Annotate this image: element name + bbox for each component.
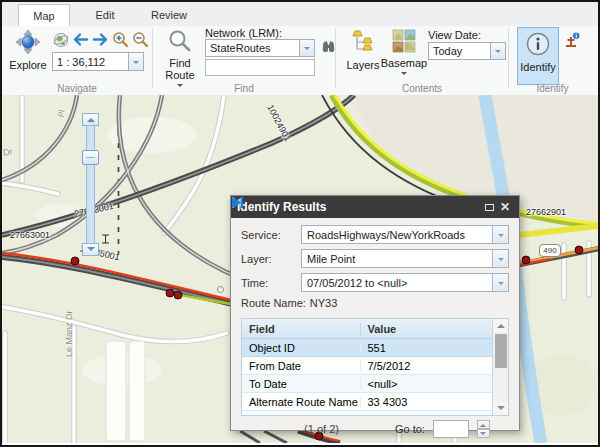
scale-value: 1 : 36,112 [53, 53, 128, 70]
up-triangle-icon [87, 114, 95, 122]
ribbon-tabstrip: Map Edit Review [2, 2, 598, 26]
street-label: Dr [2, 146, 13, 157]
value-cell: <null> [360, 378, 493, 390]
explore-icon [15, 29, 41, 57]
map-zoom-slider[interactable] [82, 113, 99, 256]
point-marker [217, 286, 224, 293]
value-cell: 33 4303 [360, 396, 493, 408]
previous-page-button[interactable] [282, 422, 296, 436]
basemap-button[interactable]: Basemap [384, 29, 424, 78]
dialog-title: Identify Results [237, 200, 481, 214]
chevron-down-icon [401, 72, 407, 78]
explore-label: Explore [9, 59, 46, 71]
group-separator [335, 28, 336, 88]
first-page-button[interactable] [260, 422, 274, 436]
table-row[interactable]: Object ID 551 [242, 339, 492, 357]
scale-combobox[interactable]: 1 : 36,112 [52, 52, 144, 71]
table-row[interactable]: Alternate Route Name 33 4303 [242, 393, 492, 411]
find-route-button[interactable]: Find Route [159, 29, 201, 90]
field-cell: Alternate Route Name [242, 396, 360, 408]
last-page-button[interactable] [369, 422, 383, 436]
value-cell: 551 [360, 342, 493, 354]
view-date-value: Today [429, 43, 490, 59]
spinner-up-button[interactable] [477, 420, 490, 429]
up-triangle-icon [497, 320, 505, 328]
chevron-down-icon[interactable] [128, 53, 143, 70]
maximize-button[interactable] [481, 199, 497, 215]
goto-label: Go to: [395, 423, 425, 435]
table-scrollbar[interactable] [492, 319, 508, 415]
field-cell: From Date [242, 360, 360, 372]
zoom-out-button[interactable] [82, 243, 99, 256]
layers-button[interactable]: Layers [345, 29, 381, 71]
tab-review[interactable]: Review [140, 4, 198, 26]
network-value: StateRoutes [206, 40, 299, 56]
layer-combobox[interactable]: Mile Point [301, 249, 509, 268]
route-name-line: Route Name: NY33 [241, 297, 509, 313]
scroll-down-button[interactable] [493, 402, 508, 415]
time-label: Time: [241, 277, 301, 289]
identify-button[interactable]: Identify [517, 27, 559, 85]
close-button[interactable]: ✕ [497, 199, 513, 215]
service-label: Service: [241, 229, 301, 241]
down-triangle-icon [497, 406, 505, 414]
attributes-table: Field Value Object ID 551 From Date 7/5/… [241, 318, 509, 416]
field-column-header[interactable]: Field [242, 323, 360, 335]
table-row[interactable]: To Date <null> [242, 375, 492, 393]
field-cell: To Date [242, 378, 360, 390]
identify-route-characteristics-icon[interactable] [563, 32, 580, 53]
map-view[interactable]: 27663001 27663001 27935001 27662901 1002… [2, 95, 598, 443]
route-name-value: NY33 [310, 297, 338, 313]
group-separator [152, 28, 153, 88]
network-lrm-label: Network (LRM): [205, 27, 282, 39]
chevron-down-icon[interactable] [492, 226, 508, 243]
street-label: Pl [57, 109, 67, 118]
spinner-down-button[interactable] [477, 429, 490, 438]
explore-button[interactable]: Explore [7, 29, 49, 71]
value-cell: 7/5/2012 [360, 360, 493, 372]
zoom-slider-thumb[interactable] [82, 150, 99, 165]
find-group-label: Find [153, 83, 335, 94]
back-arrow-icon[interactable] [72, 31, 89, 48]
route-label: 27662901 [526, 207, 566, 217]
route-search-input[interactable] [205, 59, 315, 76]
layers-icon [351, 29, 375, 57]
route-shield: 490 [539, 244, 561, 257]
service-value: RoadsHighways/NewYorkRoads [302, 226, 492, 243]
chevron-down-icon[interactable] [299, 40, 314, 56]
street-label: Le Manz Dr [64, 310, 74, 357]
chevron-down-icon[interactable] [492, 250, 508, 267]
find-route-label: Find Route [163, 57, 197, 81]
zoom-out-icon[interactable] [132, 31, 149, 48]
tab-edit[interactable]: Edit [80, 4, 130, 26]
dialog-body: Service: RoadsHighways/NewYorkRoads Laye… [231, 218, 519, 443]
goto-input[interactable] [433, 420, 469, 438]
goto-spinner[interactable] [477, 420, 490, 438]
contents-group-label: Contents [336, 83, 508, 94]
table-row[interactable]: From Date 7/5/2012 [242, 357, 492, 375]
result-pager: (1 of 2) Go to: [241, 416, 509, 442]
identify-label: Identify [520, 61, 555, 73]
chevron-down-icon[interactable] [490, 43, 505, 59]
zoom-slider-track[interactable] [86, 125, 95, 244]
time-combobox[interactable]: 07/05/2012 to <null> [301, 273, 509, 292]
partial-table-row [242, 411, 492, 415]
time-value: 07/05/2012 to <null> [302, 274, 492, 291]
next-page-button[interactable] [347, 422, 361, 436]
chevron-down-icon[interactable] [492, 274, 508, 291]
globe-icon[interactable] [52, 31, 69, 48]
scroll-up-button[interactable] [493, 319, 508, 332]
view-date-combobox[interactable]: Today [428, 42, 506, 60]
dialog-title-bar[interactable]: Identify Results ✕ [231, 196, 519, 218]
layer-label: Layer: [241, 253, 301, 265]
service-combobox[interactable]: RoadsHighways/NewYorkRoads [301, 225, 509, 244]
scrollbar-track[interactable] [493, 332, 508, 402]
ribbon-body: Explore [2, 26, 598, 95]
tab-map[interactable]: Map [18, 4, 70, 27]
zoom-in-icon[interactable] [112, 31, 129, 48]
forward-arrow-icon[interactable] [92, 31, 109, 48]
page-indicator: (1 of 2) [304, 423, 339, 435]
value-column-header[interactable]: Value [360, 323, 493, 335]
network-combobox[interactable]: StateRoutes [205, 39, 315, 57]
scrollbar-thumb[interactable] [495, 334, 507, 368]
